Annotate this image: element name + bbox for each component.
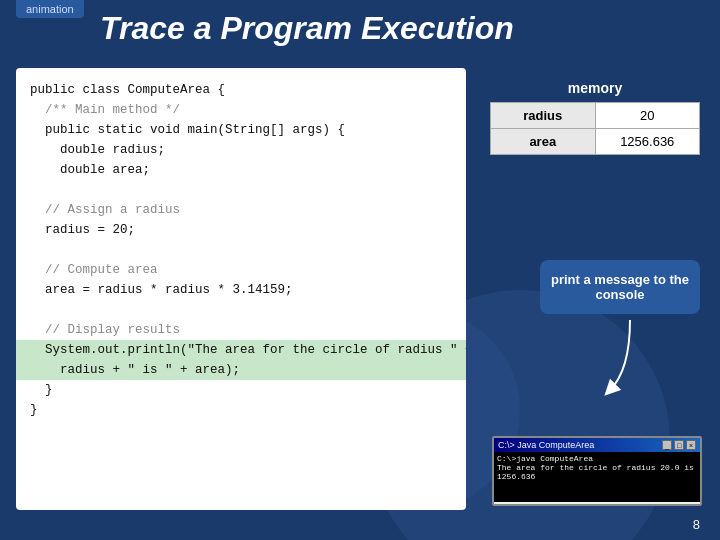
console-maximize-button[interactable]: □ xyxy=(674,440,684,450)
memory-var-radius: radius xyxy=(491,103,596,129)
console-titlebar: C:\> Java ComputeArea _ □ × xyxy=(494,438,700,452)
memory-var-area: area xyxy=(491,129,596,155)
print-bubble-text: print a message to the console xyxy=(551,272,689,302)
memory-row-area: area 1256.636 xyxy=(491,129,700,155)
code-line-8: radius = 20; xyxy=(30,220,452,240)
animation-tab-label: animation xyxy=(26,3,74,15)
memory-val-radius: 20 xyxy=(595,103,700,129)
code-line-12 xyxy=(30,300,452,320)
memory-row-radius: radius 20 xyxy=(491,103,700,129)
console-minimize-button[interactable]: _ xyxy=(662,440,672,450)
memory-panel: memory radius 20 area 1256.636 xyxy=(490,80,700,155)
console-line-2: The area for the circle of radius 20.0 i… xyxy=(497,463,697,481)
code-line-2: /** Main method */ xyxy=(30,100,452,120)
console-body: C:\>java ComputeArea The area for the ci… xyxy=(494,452,700,502)
code-line-17: } xyxy=(30,400,452,420)
code-line-10: // Compute area xyxy=(30,260,452,280)
code-line-5: double area; xyxy=(30,160,452,180)
page-title: Trace a Program Execution xyxy=(100,10,700,47)
code-line-1: public class ComputeArea { xyxy=(30,80,452,100)
code-line-3: public static void main(String[] args) { xyxy=(30,120,452,140)
memory-val-area: 1256.636 xyxy=(595,129,700,155)
page-number: 8 xyxy=(693,517,700,532)
console-line-1: C:\>java ComputeArea xyxy=(497,454,697,463)
code-line-7: // Assign a radius xyxy=(30,200,452,220)
code-line-11: area = radius * radius * 3.14159; xyxy=(30,280,452,300)
code-line-6 xyxy=(30,180,452,200)
console-buttons: _ □ × xyxy=(662,440,696,450)
console-window: C:\> Java ComputeArea _ □ × C:\>java Com… xyxy=(492,436,702,506)
animation-tab: animation xyxy=(16,0,84,18)
code-line-14: System.out.println("The area for the cir… xyxy=(16,340,466,360)
code-line-13: // Display results xyxy=(30,320,452,340)
memory-table: radius 20 area 1256.636 xyxy=(490,102,700,155)
print-bubble: print a message to the console xyxy=(540,260,700,314)
memory-title: memory xyxy=(490,80,700,96)
code-line-15: radius + " is " + area); xyxy=(16,360,466,380)
console-close-button[interactable]: × xyxy=(686,440,696,450)
console-title-text: C:\> Java ComputeArea xyxy=(498,440,594,450)
code-line-4: double radius; xyxy=(30,140,452,160)
code-line-9 xyxy=(30,240,452,260)
code-line-16: } xyxy=(30,380,452,400)
code-panel: public class ComputeArea { /** Main meth… xyxy=(16,68,466,510)
